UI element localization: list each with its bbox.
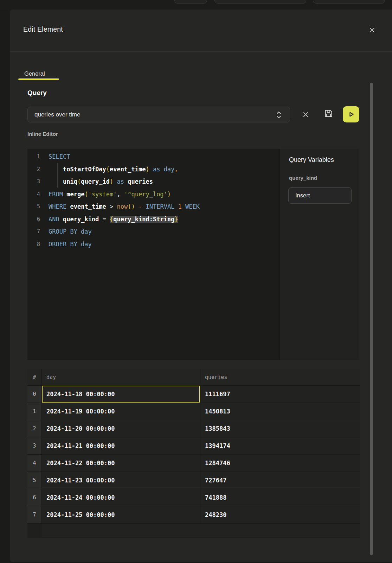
row-index-cell[interactable]: 3 <box>27 437 42 454</box>
save-query-button[interactable] <box>323 108 333 118</box>
queries-cell[interactable]: 1385843 <box>200 420 360 437</box>
table-row[interactable]: 22024-11-20 00:00:001385843 <box>27 420 360 437</box>
run-query-button[interactable] <box>343 106 359 122</box>
code-text: SELECT <box>49 151 279 163</box>
line-number: 8 <box>27 238 49 251</box>
row-index-cell[interactable]: 4 <box>27 455 42 472</box>
line-number: 2 <box>27 163 49 176</box>
day-cell[interactable]: 2024-11-21 00:00:00 <box>42 437 200 454</box>
header-divider <box>10 51 392 52</box>
day-cell[interactable]: 2024-11-19 00:00:00 <box>42 403 200 420</box>
clear-query-button[interactable] <box>302 110 309 118</box>
day-cell[interactable]: 2024-11-18 00:00:00 <box>42 386 200 403</box>
day-cell[interactable]: 2024-11-24 00:00:00 <box>42 489 200 506</box>
day-cell[interactable]: 2024-11-25 00:00:00 <box>42 506 200 523</box>
clear-x-icon <box>303 112 309 118</box>
top-bar-partial-button-2[interactable] <box>214 0 306 4</box>
edit-element-modal: Edit Element General Query queries over … <box>10 10 392 562</box>
day-cell[interactable]: 2024-11-23 00:00:00 <box>42 472 200 489</box>
row-index-cell[interactable]: 6 <box>27 489 42 506</box>
inline-editor-label: Inline Editor <box>27 131 58 137</box>
code-text: AND query_kind = {query_kind:String} <box>49 213 279 226</box>
code-area[interactable]: 1SELECT2 toStartOfDay(event_time) as day… <box>27 149 279 360</box>
floppy-save-icon <box>324 109 333 118</box>
code-line[interactable]: 1SELECT <box>27 151 279 163</box>
sql-editor: 1SELECT2 toStartOfDay(event_time) as day… <box>27 149 359 360</box>
code-text: uniq(query_id) as queries <box>49 176 279 188</box>
code-line[interactable]: 2 toStartOfDay(event_time) as day, <box>27 163 279 176</box>
code-line[interactable]: 3 uniq(query_id) as queries <box>27 176 279 188</box>
query-variables-panel: Query Variables query_kind Insert <box>279 149 359 360</box>
modal-title: Edit Element <box>23 25 63 33</box>
code-text: ORDER BY day <box>49 238 279 251</box>
code-text: FROM merge('system', '^query_log') <box>49 188 279 201</box>
row-index-cell[interactable]: 5 <box>27 472 42 489</box>
chevron-up-down-icon <box>276 111 282 119</box>
line-number: 1 <box>27 151 49 163</box>
column-header-queries[interactable]: queries <box>200 369 360 385</box>
tab-general[interactable]: General <box>24 70 45 77</box>
indent-guide <box>57 163 58 188</box>
modal-close-button[interactable] <box>368 26 376 34</box>
code-line[interactable]: 7GROUP BY day <box>27 226 279 238</box>
column-header-day[interactable]: day <box>42 369 200 385</box>
tab-general-active-underline <box>18 78 59 80</box>
day-cell[interactable]: 2024-11-20 00:00:00 <box>42 420 200 437</box>
row-index-cell[interactable]: 0 <box>27 386 42 403</box>
query-results-table: # day queries 02024-11-18 00:00:00111169… <box>27 369 360 538</box>
queries-cell[interactable]: 727647 <box>200 472 360 489</box>
query-variable-name: query_kind <box>289 175 317 181</box>
code-text: WHERE event_time > now() - INTERVAL 1 WE… <box>49 201 279 213</box>
queries-cell[interactable]: 1284746 <box>200 455 360 472</box>
top-bar <box>0 0 392 10</box>
column-header-index[interactable]: # <box>27 369 42 385</box>
row-index-cell[interactable]: 1 <box>27 403 42 420</box>
code-line[interactable]: 5WHERE event_time > now() - INTERVAL 1 W… <box>27 201 279 213</box>
line-number: 7 <box>27 226 49 238</box>
modal-scrollbar-thumb[interactable] <box>370 83 373 555</box>
table-row[interactable]: 42024-11-22 00:00:001284746 <box>27 455 360 472</box>
results-table-body: 02024-11-18 00:00:00111169712024-11-19 0… <box>27 386 360 524</box>
row-index-cell[interactable]: 2 <box>27 420 42 437</box>
query-select-value: queries over time <box>34 111 80 118</box>
queries-cell[interactable]: 1394174 <box>200 437 360 454</box>
table-row[interactable]: 02024-11-18 00:00:001111697 <box>27 386 360 403</box>
queries-cell[interactable]: 248230 <box>200 506 360 523</box>
query-section-heading: Query <box>27 89 47 97</box>
table-row[interactable]: 52024-11-23 00:00:00727647 <box>27 472 360 489</box>
query-select[interactable]: queries over time <box>27 107 290 122</box>
table-row[interactable]: 12024-11-19 00:00:001450813 <box>27 403 360 420</box>
table-row[interactable]: 32024-11-21 00:00:001394174 <box>27 437 360 455</box>
line-number: 5 <box>27 201 49 213</box>
results-table-footer <box>42 524 360 537</box>
line-number: 3 <box>27 176 49 188</box>
close-icon <box>369 27 375 33</box>
play-icon <box>347 110 356 119</box>
table-row[interactable]: 72024-11-25 00:00:00248230 <box>27 506 360 524</box>
code-line[interactable]: 6AND query_kind = {query_kind:String} <box>27 213 279 226</box>
top-bar-partial-button-1[interactable] <box>174 0 207 4</box>
code-text: toStartOfDay(event_time) as day, <box>49 163 279 176</box>
results-header-row: # day queries <box>27 369 360 386</box>
queries-cell[interactable]: 741888 <box>200 489 360 506</box>
top-bar-partial-button-3[interactable] <box>313 0 385 4</box>
code-text: GROUP BY day <box>49 226 279 238</box>
day-cell[interactable]: 2024-11-22 00:00:00 <box>42 455 200 472</box>
code-line[interactable]: 4FROM merge('system', '^query_log') <box>27 188 279 201</box>
query-variables-title: Query Variables <box>289 156 334 164</box>
insert-variable-button[interactable]: Insert <box>288 187 352 204</box>
row-index-cell[interactable]: 7 <box>27 506 42 523</box>
insert-variable-label: Insert <box>295 192 310 199</box>
line-number: 4 <box>27 188 49 201</box>
line-number: 6 <box>27 213 49 226</box>
table-row[interactable]: 62024-11-24 00:00:00741888 <box>27 489 360 506</box>
queries-cell[interactable]: 1450813 <box>200 403 360 420</box>
code-line[interactable]: 8ORDER BY day <box>27 238 279 251</box>
queries-cell[interactable]: 1111697 <box>200 386 360 403</box>
